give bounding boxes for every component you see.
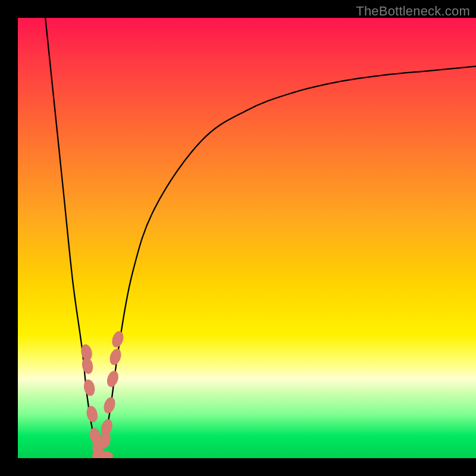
bead-left-3 — [85, 405, 99, 423]
bead-right-1 — [108, 347, 123, 367]
plot-area — [18, 18, 476, 458]
chart-frame: TheBottleneck.com — [0, 0, 476, 476]
bead-right-0 — [110, 330, 126, 349]
bead-right-3 — [102, 396, 117, 415]
bottleneck-curve-svg — [18, 18, 476, 458]
bead-left-2 — [82, 378, 96, 397]
right-branch-curve — [101, 66, 476, 458]
bead-right-2 — [105, 369, 121, 389]
watermark-text: TheBottleneck.com — [356, 4, 470, 19]
